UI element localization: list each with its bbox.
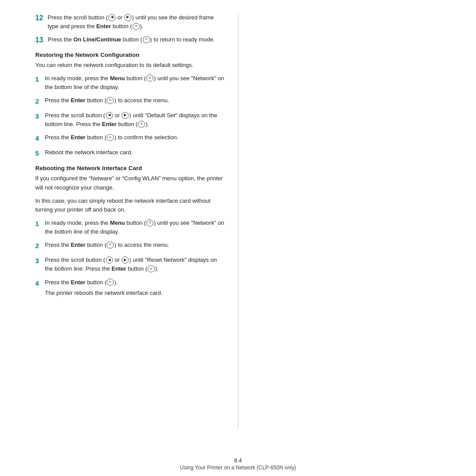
scroll-left-icon: ◀ bbox=[108, 14, 115, 21]
restore-step-5: 5 Reboot the network interface card. bbox=[35, 148, 225, 159]
reboot-step-4-num: 4 bbox=[35, 278, 45, 289]
restore-step-3: 3 Press the scroll button (◀ or ▶) until… bbox=[35, 111, 225, 129]
reboot-intro2: In this case, you can simply reboot the … bbox=[35, 197, 225, 214]
menu-icon-r1: ☷ bbox=[146, 74, 153, 82]
menu-icon-rb1: ☷ bbox=[146, 219, 153, 227]
restore-step-2-num: 2 bbox=[35, 96, 45, 107]
step-12-text: Press the scroll button (◀ or ▶) until y… bbox=[48, 13, 225, 31]
enter-icon-rb4: ✳ bbox=[107, 279, 114, 286]
page: 12 Press the scroll button (◀ or ▶) unti… bbox=[0, 0, 476, 476]
reboot-step-1: 1 In ready mode, press the Menu button (… bbox=[35, 219, 225, 236]
scroll-right-icon: ▶ bbox=[124, 14, 131, 21]
reboot-step-4-sub: The printer reboots the network interfac… bbox=[45, 289, 225, 298]
scroll-left-icon-r3: ◀ bbox=[106, 112, 113, 119]
footer: 8.4 Using Your Printer on a Network (CLP… bbox=[0, 454, 476, 476]
restore-step-2: 2 Press the Enter button (✳) to access t… bbox=[35, 96, 225, 107]
enter-icon: ✳ bbox=[133, 23, 140, 30]
enter-icon-r3: ✳ bbox=[138, 121, 145, 128]
scroll-left-icon-rb3: ◀ bbox=[106, 257, 113, 264]
restore-step-1: 1 In ready mode, press the Menu button (… bbox=[35, 74, 225, 92]
footer-text: Using Your Printer on a Network (CLP-650… bbox=[0, 465, 476, 471]
reboot-step-3-text: Press the scroll button (◀ or ▶) until "… bbox=[45, 256, 225, 273]
scroll-right-icon-r3: ▶ bbox=[122, 112, 129, 119]
left-column: 12 Press the scroll button (◀ or ▶) unti… bbox=[0, 13, 238, 428]
reboot-step-4: 4 Press the Enter button (✳). The printe… bbox=[35, 278, 225, 298]
online-icon: ↻ bbox=[143, 36, 150, 43]
step-12-block: 12 Press the scroll button (◀ or ▶) unti… bbox=[35, 13, 225, 31]
restore-step-4-text: Press the Enter button (✳) to confirm th… bbox=[45, 133, 225, 142]
right-column bbox=[238, 13, 476, 428]
restore-step-4-num: 4 bbox=[35, 133, 45, 144]
enter-icon-r2: ✳ bbox=[107, 97, 114, 104]
restore-step-5-text: Reboot the network interface card. bbox=[45, 148, 225, 157]
reboot-step-1-text: In ready mode, press the Menu button (☷)… bbox=[45, 219, 225, 236]
enter-icon-rb2: ✳ bbox=[107, 242, 114, 249]
step-12-number: 12 bbox=[35, 13, 48, 23]
restore-step-5-num: 5 bbox=[35, 148, 45, 159]
restore-step-3-num: 3 bbox=[35, 111, 45, 122]
footer-page-number: 8.4 bbox=[0, 457, 476, 464]
enter-icon-rb3: ✳ bbox=[148, 265, 155, 272]
reboot-step-2: 2 Press the Enter button (✳) to access t… bbox=[35, 241, 225, 251]
restore-step-1-num: 1 bbox=[35, 74, 45, 85]
reboot-step-3: 3 Press the scroll button (◀ or ▶) until… bbox=[35, 256, 225, 273]
restore-heading: Restoring the Network Configuration bbox=[35, 52, 225, 58]
restore-step-4: 4 Press the Enter button (✳) to confirm … bbox=[35, 133, 225, 144]
restore-intro: You can return the network configuration… bbox=[35, 61, 225, 70]
enter-icon-r4: ✳ bbox=[107, 134, 114, 141]
step-13-block: 13 Press the On Line/Continue button (↻)… bbox=[35, 35, 225, 45]
reboot-heading: Rebooting the Network Interface Card bbox=[35, 165, 225, 171]
restore-step-3-text: Press the scroll button (◀ or ▶) until "… bbox=[45, 111, 225, 129]
restore-step-2-text: Press the Enter button (✳) to access the… bbox=[45, 96, 225, 105]
restore-step-1-text: In ready mode, press the Menu button (☷)… bbox=[45, 74, 225, 92]
scroll-right-icon-rb3: ▶ bbox=[122, 257, 129, 264]
step-13-number: 13 bbox=[35, 35, 48, 45]
reboot-step-3-num: 3 bbox=[35, 256, 45, 266]
step-13-text: Press the On Line/Continue button (↻) to… bbox=[48, 35, 225, 44]
reboot-step-4-text: Press the Enter button (✳). The printer … bbox=[45, 278, 225, 298]
reboot-step-1-num: 1 bbox=[35, 219, 45, 229]
reboot-step-2-text: Press the Enter button (✳) to access the… bbox=[45, 241, 225, 249]
reboot-intro1: If you configured the “Netware” or “Conf… bbox=[35, 174, 225, 192]
reboot-step-2-num: 2 bbox=[35, 241, 45, 251]
